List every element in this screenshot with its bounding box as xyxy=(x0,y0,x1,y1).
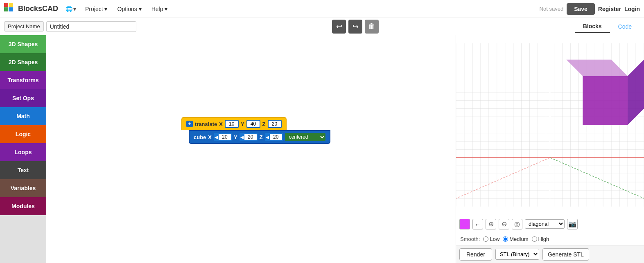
cx-input-container: ◀ xyxy=(214,133,232,141)
translate-z-input[interactable] xyxy=(269,121,281,127)
not-saved-label: Not saved xyxy=(540,6,564,12)
globe-icon: 🌐 xyxy=(66,6,72,12)
main-area: 3D Shapes 2D Shapes Transforms Set Ops M… xyxy=(0,35,644,263)
sidebar-item-logic[interactable]: Logic xyxy=(0,125,46,143)
sidebar-label-3d-shapes: 3D Shapes xyxy=(9,41,38,47)
svg-rect-1 xyxy=(9,3,13,7)
project-name-label: Project Name xyxy=(4,21,44,31)
y-input-container xyxy=(246,120,260,128)
tab-code[interactable]: Code xyxy=(610,21,640,32)
cube-x-input[interactable] xyxy=(219,134,231,140)
cz-input-container: ◀ xyxy=(265,133,283,141)
svg-rect-2 xyxy=(4,7,8,11)
nav-options[interactable]: Options ▾ xyxy=(113,3,146,15)
x-input-container xyxy=(225,120,239,128)
undo-button[interactable]: ↩ xyxy=(332,20,346,34)
smooth-high-label: High xyxy=(538,236,549,242)
sidebar-label-set-ops: Set Ops xyxy=(12,95,34,101)
viewport-controls: ⌐ ⊕ ⊖ ◎ diagonal top front right perspec… xyxy=(456,215,644,233)
render-button[interactable]: Render xyxy=(459,248,492,261)
smooth-low-label: Low xyxy=(490,236,499,242)
y-label: Y xyxy=(241,121,244,127)
smooth-label: Smooth: xyxy=(460,236,480,242)
block-program: + translate X Y Z xyxy=(181,117,330,146)
zoom-out-button[interactable]: ⊖ xyxy=(499,219,509,229)
z-input-container xyxy=(268,120,282,128)
view-select[interactable]: diagonal top front right perspective xyxy=(525,219,565,229)
grid-svg xyxy=(456,35,644,215)
sidebar-item-transforms[interactable]: Transforms xyxy=(0,71,46,89)
sidebar-item-set-ops[interactable]: Set Ops xyxy=(0,89,46,107)
delete-button[interactable]: 🗑 xyxy=(365,20,379,34)
tab-row: Blocks Code xyxy=(575,20,640,33)
login-link[interactable]: Login xyxy=(624,6,640,12)
cube-z-input[interactable] xyxy=(270,134,282,140)
cy-label: Y xyxy=(234,134,237,140)
project-title-input[interactable] xyxy=(46,21,136,32)
navbar: BlocksCAD 🌐 ▾ Project ▾ Options ▾ Help ▾… xyxy=(0,0,644,18)
cube-label: cube xyxy=(194,134,206,140)
nav-menus: Project ▾ Options ▾ Help ▾ xyxy=(81,3,172,15)
sidebar-item-3d-shapes[interactable]: 3D Shapes xyxy=(0,35,46,53)
sidebar-item-text[interactable]: Text xyxy=(0,161,46,179)
sidebar-item-modules[interactable]: Modules xyxy=(0,197,46,215)
sidebar-label-2d-shapes: 2D Shapes xyxy=(9,59,38,65)
svg-marker-47 xyxy=(583,76,628,125)
color-swatch[interactable] xyxy=(459,219,470,229)
smooth-high-option[interactable]: High xyxy=(532,236,549,242)
reset-view-button[interactable]: ◎ xyxy=(512,219,522,229)
screenshot-icon: 📷 xyxy=(568,220,576,228)
nav-right: Not saved Save Register Login xyxy=(540,3,640,15)
translate-x-input[interactable] xyxy=(226,121,238,127)
cx-label: X xyxy=(208,134,212,140)
smooth-medium-label: Medium xyxy=(509,236,528,242)
sidebar-label-transforms: Transforms xyxy=(7,77,38,83)
sidebar: 3D Shapes 2D Shapes Transforms Set Ops M… xyxy=(0,35,46,263)
register-link[interactable]: Register xyxy=(598,6,621,12)
sidebar-item-variables[interactable]: Variables xyxy=(0,179,46,197)
nav-help[interactable]: Help ▾ xyxy=(147,3,172,15)
svg-rect-0 xyxy=(4,3,8,7)
stl-format-select[interactable]: STL (Binary) STL (ASCII) OpenSCAD xyxy=(495,249,539,260)
centered-dropdown[interactable]: centered not centered xyxy=(285,133,325,141)
sidebar-label-text: Text xyxy=(18,167,29,173)
cube-y-input[interactable] xyxy=(244,134,257,140)
smooth-low-option[interactable]: Low xyxy=(483,236,499,242)
delete-icon: 🗑 xyxy=(368,22,375,31)
smooth-high-radio[interactable] xyxy=(532,236,537,242)
viewport-canvas xyxy=(456,35,644,215)
logo-icon xyxy=(4,3,16,15)
smooth-low-radio[interactable] xyxy=(483,236,488,242)
sidebar-item-math[interactable]: Math xyxy=(0,107,46,125)
generate-stl-button[interactable]: Generate STL xyxy=(542,248,589,261)
canvas-area: + translate X Y Z xyxy=(46,35,456,263)
tab-blocks[interactable]: Blocks xyxy=(575,20,610,33)
smooth-medium-option[interactable]: Medium xyxy=(503,236,528,242)
sidebar-item-loops[interactable]: Loops xyxy=(0,143,46,161)
cy-input-container: ◀ xyxy=(240,133,258,141)
sidebar-label-modules: Modules xyxy=(11,203,35,209)
sidebar-item-2d-shapes[interactable]: 2D Shapes xyxy=(0,53,46,71)
zoom-out-icon: ⊖ xyxy=(502,220,507,228)
screenshot-button[interactable]: 📷 xyxy=(567,219,578,229)
translate-label: translate xyxy=(195,121,217,127)
block-plus-button[interactable]: + xyxy=(186,121,193,127)
smooth-medium-radio[interactable] xyxy=(503,236,508,242)
globe-button[interactable]: 🌐 ▾ xyxy=(66,6,76,12)
sidebar-label-logic: Logic xyxy=(16,131,31,137)
smooth-row: Smooth: Low Medium High xyxy=(456,233,644,245)
save-button[interactable]: Save xyxy=(567,3,595,15)
zoom-in-button[interactable]: ⊕ xyxy=(486,219,496,229)
redo-button[interactable]: ↪ xyxy=(348,20,362,34)
translate-block-header: + translate X Y Z xyxy=(181,117,287,130)
nav-project[interactable]: Project ▾ xyxy=(81,3,111,15)
redo-icon: ↪ xyxy=(353,22,359,31)
logo-text: BlocksCAD xyxy=(18,4,58,13)
translate-y-input[interactable] xyxy=(247,121,260,127)
cube-block: cube X ◀ Y ◀ Z ◀ xyxy=(189,130,330,144)
viewport: ⌐ ⊕ ⊖ ◎ diagonal top front right perspec… xyxy=(456,35,644,263)
z-label: Z xyxy=(262,121,266,127)
measure-button[interactable]: ⌐ xyxy=(472,219,483,229)
sidebar-label-math: Math xyxy=(16,113,30,119)
sidebar-label-loops: Loops xyxy=(15,149,32,155)
